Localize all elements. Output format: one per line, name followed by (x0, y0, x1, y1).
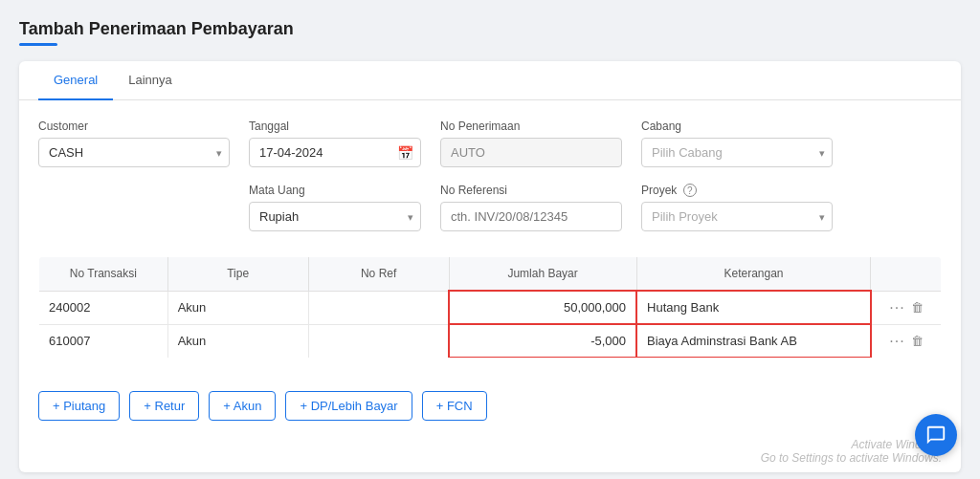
table-header-row: No Transaksi Tipe No Ref Jumlah Bayar Ke… (39, 257, 942, 292)
no-penerimaan-label: No Penerimaan (440, 120, 622, 133)
col-actions (871, 257, 942, 292)
tanggal-wrapper: 17-04-2024 📅 (249, 138, 421, 167)
tipe-cell-2: Akun (167, 324, 308, 358)
cabang-label: Cabang (641, 120, 833, 133)
col-jumlah-bayar: Jumlah Bayar (449, 257, 636, 292)
customer-select[interactable]: CASH (38, 138, 230, 167)
title-underline (19, 43, 57, 46)
col-tipe: Tipe (167, 257, 308, 292)
form-section: Customer CASH ▾ Tanggal 17-04-2024 📅 (19, 100, 961, 256)
no-ref-cell-2 (308, 324, 449, 358)
keterangan-cell-1[interactable]: Hutang Bank (636, 291, 871, 324)
table-row: 610007 Akun -5,000 Biaya Adminstrasi Ban… (39, 324, 942, 358)
add-buttons-row: + Piutang + Retur + Akun + DP/Lebih Baya… (19, 378, 961, 436)
cabang-group: Cabang Pilih Cabang ▾ (641, 120, 833, 167)
no-transaksi-cell-1: 240002 (39, 291, 168, 324)
tipe-cell-1: Akun (167, 291, 308, 324)
page-title: Tambah Penerimaan Pembayaran (19, 19, 961, 39)
no-referensi-label: No Referensi (440, 184, 622, 197)
add-piutang-button[interactable]: + Piutang (38, 391, 120, 421)
proyek-label: Proyek ? (641, 184, 833, 198)
proyek-select[interactable]: Pilih Proyek (641, 202, 833, 231)
more-options-button-1[interactable]: ··· (889, 299, 904, 316)
col-no-ref: No Ref (308, 257, 449, 292)
tab-bar: General Lainnya (19, 61, 961, 100)
customer-select-wrapper: CASH ▾ (38, 138, 230, 167)
jumlah-bayar-cell-1[interactable]: 50,000,000 (449, 291, 636, 324)
main-card: General Lainnya Customer CASH ▾ Tanggal (19, 61, 961, 472)
proyek-group: Proyek ? Pilih Proyek ▾ (641, 184, 833, 232)
customer-label: Customer (38, 120, 230, 133)
cabang-select-wrapper: Pilih Cabang ▾ (641, 138, 833, 167)
actions-cell-1: ··· 🗑 (871, 291, 942, 324)
row-actions-2: ··· 🗑 (881, 333, 931, 350)
delete-row-button-1[interactable]: 🗑 (911, 300, 924, 315)
tab-lainnya[interactable]: Lainnya (113, 61, 188, 100)
mata-uang-select[interactable]: Rupiah (249, 202, 421, 231)
row-actions-1: ··· 🗑 (881, 299, 931, 316)
table-row: 240002 Akun 50,000,000 Hutang Bank ··· 🗑 (39, 291, 942, 324)
transactions-table: No Transaksi Tipe No Ref Jumlah Bayar Ke… (38, 256, 942, 359)
tanggal-label: Tanggal (249, 120, 421, 133)
add-dp-lebih-bayar-button[interactable]: + DP/Lebih Bayar (285, 391, 412, 421)
tanggal-input[interactable]: 17-04-2024 (249, 138, 421, 167)
no-referensi-input[interactable] (440, 202, 622, 231)
cabang-select[interactable]: Pilih Cabang (641, 138, 833, 167)
watermark-section: Activate Windows Go to Settings to activ… (19, 436, 961, 472)
watermark-line1: Activate Windows (38, 438, 942, 451)
no-penerimaan-input: AUTO (440, 138, 622, 167)
tab-general[interactable]: General (38, 61, 113, 100)
add-akun-button[interactable]: + Akun (209, 391, 276, 421)
mata-uang-group: Mata Uang Rupiah ▾ (249, 184, 421, 231)
mata-uang-select-wrapper: Rupiah ▾ (249, 202, 421, 231)
col-no-transaksi: No Transaksi (39, 257, 168, 292)
add-retur-button[interactable]: + Retur (129, 391, 199, 421)
no-penerimaan-group: No Penerimaan AUTO (440, 120, 622, 167)
mata-uang-label: Mata Uang (249, 184, 421, 197)
chat-fab-button[interactable] (915, 414, 957, 456)
no-ref-cell-1 (308, 291, 449, 324)
proyek-help-icon[interactable]: ? (683, 184, 697, 197)
table-section: No Transaksi Tipe No Ref Jumlah Bayar Ke… (19, 256, 961, 378)
jumlah-bayar-cell-2[interactable]: -5,000 (449, 324, 636, 358)
keterangan-cell-2[interactable]: Biaya Adminstrasi Bank AB (636, 324, 871, 358)
chat-icon (925, 425, 947, 446)
watermark-line2: Go to Settings to activate Windows. (38, 451, 942, 465)
col-keterangan: Keterangan (636, 257, 871, 292)
add-fcn-button[interactable]: + FCN (422, 391, 487, 421)
delete-row-button-2[interactable]: 🗑 (911, 334, 924, 348)
more-options-button-2[interactable]: ··· (889, 333, 904, 350)
no-transaksi-cell-2: 610007 (39, 324, 168, 358)
tanggal-group: Tanggal 17-04-2024 📅 (249, 120, 421, 167)
form-row-1: Customer CASH ▾ Tanggal 17-04-2024 📅 (38, 120, 942, 167)
proyek-select-wrapper: Pilih Proyek ▾ (641, 202, 833, 231)
customer-group: Customer CASH ▾ (38, 120, 230, 167)
actions-cell-2: ··· 🗑 (871, 324, 942, 358)
no-referensi-group: No Referensi (440, 184, 622, 231)
form-row-2: Mata Uang Rupiah ▾ No Referensi Proyek (38, 183, 942, 231)
